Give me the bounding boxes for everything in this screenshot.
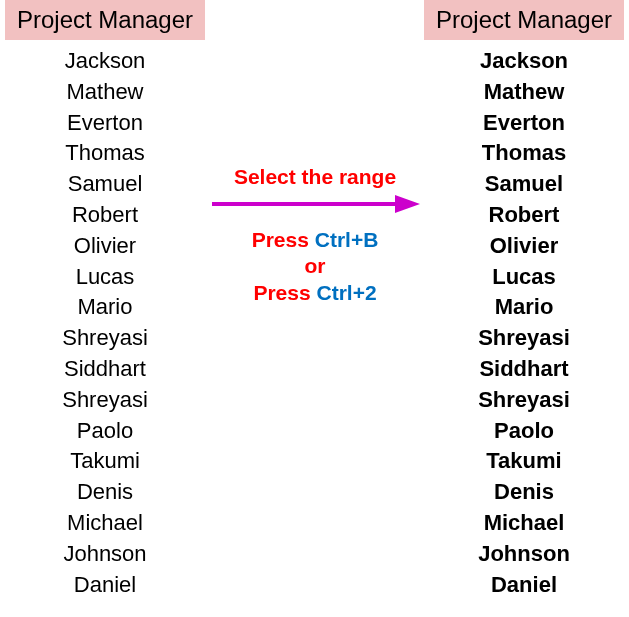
list-item: Michael [62, 508, 148, 539]
list-item: Daniel [62, 570, 148, 601]
or-text: or [305, 253, 326, 279]
list-item: Paolo [478, 416, 570, 447]
list-item: Olivier [478, 231, 570, 262]
list-item: Jackson [62, 46, 148, 77]
list-item: Siddhart [478, 354, 570, 385]
ctrl-b-text: Ctrl+B [315, 228, 379, 251]
list-item: Mario [478, 292, 570, 323]
svg-marker-1 [395, 195, 420, 213]
right-header: Project Manager [424, 0, 624, 40]
list-item: Daniel [478, 570, 570, 601]
list-item: Everton [62, 108, 148, 139]
select-range-text: Select the range [234, 165, 396, 189]
list-item: Mario [62, 292, 148, 323]
list-item: Jackson [478, 46, 570, 77]
list-item: Robert [62, 200, 148, 231]
list-item: Johnson [62, 539, 148, 570]
list-item: Robert [478, 200, 570, 231]
list-item: Thomas [478, 138, 570, 169]
list-item: Everton [478, 108, 570, 139]
arrow-icon [210, 191, 420, 217]
list-item: Lucas [478, 262, 570, 293]
instruction-panel: Select the range Press Ctrl+B or Press C… [210, 165, 420, 306]
list-item: Shreyasi [62, 323, 148, 354]
list-item: Shreyasi [62, 385, 148, 416]
list-item: Denis [478, 477, 570, 508]
left-header: Project Manager [5, 0, 205, 40]
list-item: Johnson [478, 539, 570, 570]
list-item: Shreyasi [478, 323, 570, 354]
right-list: JacksonMathewEvertonThomasSamuelRobertOl… [478, 46, 570, 600]
right-column: Project Manager JacksonMathewEvertonThom… [424, 0, 624, 617]
list-item: Michael [478, 508, 570, 539]
left-column: Project Manager JacksonMathewEvertonThom… [5, 0, 205, 617]
list-item: Mathew [478, 77, 570, 108]
list-item: Shreyasi [478, 385, 570, 416]
ctrl-2-text: Ctrl+2 [316, 281, 376, 304]
list-item: Takumi [62, 446, 148, 477]
list-item: Samuel [62, 169, 148, 200]
list-item: Samuel [478, 169, 570, 200]
list-item: Paolo [62, 416, 148, 447]
left-list: JacksonMathewEvertonThomasSamuelRobertOl… [62, 46, 148, 600]
press-ctrl-2: Press Ctrl+2 [253, 280, 376, 306]
list-item: Takumi [478, 446, 570, 477]
list-item: Siddhart [62, 354, 148, 385]
list-item: Thomas [62, 138, 148, 169]
press-ctrl-b: Press Ctrl+B [252, 227, 379, 253]
list-item: Olivier [62, 231, 148, 262]
list-item: Mathew [62, 77, 148, 108]
press-word-1: Press [252, 228, 315, 251]
list-item: Lucas [62, 262, 148, 293]
list-item: Denis [62, 477, 148, 508]
press-word-2: Press [253, 281, 316, 304]
